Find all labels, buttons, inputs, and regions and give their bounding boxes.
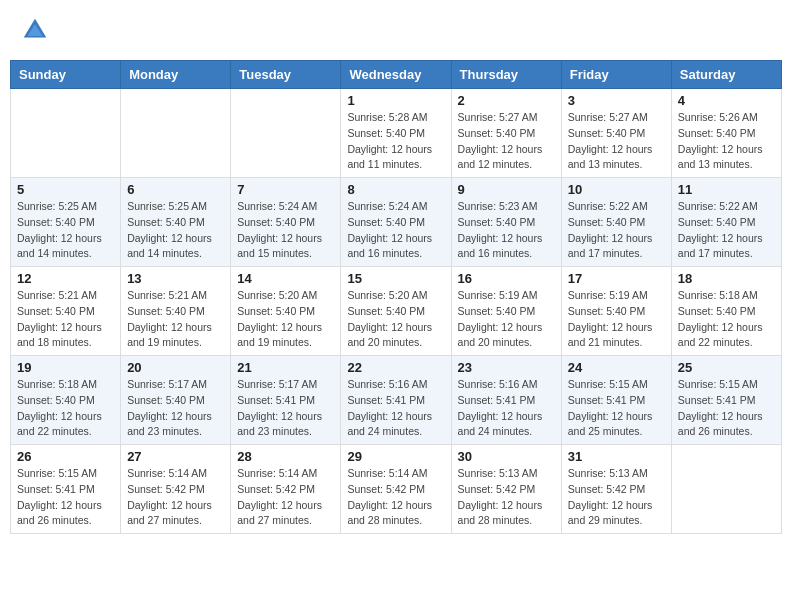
day-info: Sunrise: 5:14 AM Sunset: 5:42 PM Dayligh… [127,466,224,529]
calendar-cell: 9Sunrise: 5:23 AM Sunset: 5:40 PM Daylig… [451,178,561,267]
day-number: 3 [568,93,665,108]
day-number: 8 [347,182,444,197]
calendar-week-row: 26Sunrise: 5:15 AM Sunset: 5:41 PM Dayli… [11,445,782,534]
calendar-cell: 26Sunrise: 5:15 AM Sunset: 5:41 PM Dayli… [11,445,121,534]
calendar-cell [671,445,781,534]
calendar-cell: 30Sunrise: 5:13 AM Sunset: 5:42 PM Dayli… [451,445,561,534]
calendar-cell [11,89,121,178]
page-header [10,10,782,50]
day-number: 28 [237,449,334,464]
day-info: Sunrise: 5:15 AM Sunset: 5:41 PM Dayligh… [678,377,775,440]
day-info: Sunrise: 5:13 AM Sunset: 5:42 PM Dayligh… [568,466,665,529]
day-number: 15 [347,271,444,286]
day-number: 7 [237,182,334,197]
day-info: Sunrise: 5:14 AM Sunset: 5:42 PM Dayligh… [237,466,334,529]
calendar-day-header: Monday [121,61,231,89]
day-info: Sunrise: 5:15 AM Sunset: 5:41 PM Dayligh… [568,377,665,440]
calendar-cell [231,89,341,178]
calendar-table: SundayMondayTuesdayWednesdayThursdayFrid… [10,60,782,534]
calendar-cell: 8Sunrise: 5:24 AM Sunset: 5:40 PM Daylig… [341,178,451,267]
day-number: 18 [678,271,775,286]
calendar-cell: 25Sunrise: 5:15 AM Sunset: 5:41 PM Dayli… [671,356,781,445]
calendar-cell: 31Sunrise: 5:13 AM Sunset: 5:42 PM Dayli… [561,445,671,534]
day-number: 21 [237,360,334,375]
calendar-cell: 2Sunrise: 5:27 AM Sunset: 5:40 PM Daylig… [451,89,561,178]
calendar-cell: 15Sunrise: 5:20 AM Sunset: 5:40 PM Dayli… [341,267,451,356]
calendar-cell: 21Sunrise: 5:17 AM Sunset: 5:41 PM Dayli… [231,356,341,445]
calendar-week-row: 19Sunrise: 5:18 AM Sunset: 5:40 PM Dayli… [11,356,782,445]
day-number: 29 [347,449,444,464]
day-number: 12 [17,271,114,286]
calendar-cell: 29Sunrise: 5:14 AM Sunset: 5:42 PM Dayli… [341,445,451,534]
calendar-cell: 12Sunrise: 5:21 AM Sunset: 5:40 PM Dayli… [11,267,121,356]
calendar-cell: 4Sunrise: 5:26 AM Sunset: 5:40 PM Daylig… [671,89,781,178]
day-number: 22 [347,360,444,375]
day-number: 26 [17,449,114,464]
calendar-week-row: 12Sunrise: 5:21 AM Sunset: 5:40 PM Dayli… [11,267,782,356]
day-info: Sunrise: 5:19 AM Sunset: 5:40 PM Dayligh… [458,288,555,351]
calendar-cell: 17Sunrise: 5:19 AM Sunset: 5:40 PM Dayli… [561,267,671,356]
calendar-week-row: 5Sunrise: 5:25 AM Sunset: 5:40 PM Daylig… [11,178,782,267]
calendar-day-header: Tuesday [231,61,341,89]
day-info: Sunrise: 5:27 AM Sunset: 5:40 PM Dayligh… [568,110,665,173]
calendar-cell: 28Sunrise: 5:14 AM Sunset: 5:42 PM Dayli… [231,445,341,534]
day-info: Sunrise: 5:17 AM Sunset: 5:41 PM Dayligh… [237,377,334,440]
day-info: Sunrise: 5:23 AM Sunset: 5:40 PM Dayligh… [458,199,555,262]
calendar-day-header: Thursday [451,61,561,89]
calendar-day-header: Saturday [671,61,781,89]
calendar-cell: 3Sunrise: 5:27 AM Sunset: 5:40 PM Daylig… [561,89,671,178]
day-number: 6 [127,182,224,197]
calendar-cell: 13Sunrise: 5:21 AM Sunset: 5:40 PM Dayli… [121,267,231,356]
day-info: Sunrise: 5:22 AM Sunset: 5:40 PM Dayligh… [568,199,665,262]
day-number: 2 [458,93,555,108]
calendar-day-header: Sunday [11,61,121,89]
calendar-cell [121,89,231,178]
day-number: 16 [458,271,555,286]
day-info: Sunrise: 5:21 AM Sunset: 5:40 PM Dayligh… [17,288,114,351]
day-info: Sunrise: 5:19 AM Sunset: 5:40 PM Dayligh… [568,288,665,351]
calendar-cell: 20Sunrise: 5:17 AM Sunset: 5:40 PM Dayli… [121,356,231,445]
day-info: Sunrise: 5:13 AM Sunset: 5:42 PM Dayligh… [458,466,555,529]
calendar-day-header: Friday [561,61,671,89]
day-info: Sunrise: 5:20 AM Sunset: 5:40 PM Dayligh… [347,288,444,351]
calendar-cell: 18Sunrise: 5:18 AM Sunset: 5:40 PM Dayli… [671,267,781,356]
day-info: Sunrise: 5:22 AM Sunset: 5:40 PM Dayligh… [678,199,775,262]
day-number: 20 [127,360,224,375]
day-number: 17 [568,271,665,286]
day-number: 27 [127,449,224,464]
logo-icon [20,15,50,45]
calendar-day-header: Wednesday [341,61,451,89]
day-number: 13 [127,271,224,286]
day-number: 10 [568,182,665,197]
calendar-cell: 27Sunrise: 5:14 AM Sunset: 5:42 PM Dayli… [121,445,231,534]
calendar-cell: 14Sunrise: 5:20 AM Sunset: 5:40 PM Dayli… [231,267,341,356]
day-number: 14 [237,271,334,286]
day-info: Sunrise: 5:28 AM Sunset: 5:40 PM Dayligh… [347,110,444,173]
day-info: Sunrise: 5:18 AM Sunset: 5:40 PM Dayligh… [678,288,775,351]
day-info: Sunrise: 5:27 AM Sunset: 5:40 PM Dayligh… [458,110,555,173]
calendar-cell: 22Sunrise: 5:16 AM Sunset: 5:41 PM Dayli… [341,356,451,445]
day-number: 19 [17,360,114,375]
day-info: Sunrise: 5:24 AM Sunset: 5:40 PM Dayligh… [237,199,334,262]
day-number: 30 [458,449,555,464]
calendar-cell: 1Sunrise: 5:28 AM Sunset: 5:40 PM Daylig… [341,89,451,178]
calendar-cell: 24Sunrise: 5:15 AM Sunset: 5:41 PM Dayli… [561,356,671,445]
calendar-header-row: SundayMondayTuesdayWednesdayThursdayFrid… [11,61,782,89]
day-info: Sunrise: 5:16 AM Sunset: 5:41 PM Dayligh… [347,377,444,440]
day-info: Sunrise: 5:18 AM Sunset: 5:40 PM Dayligh… [17,377,114,440]
day-info: Sunrise: 5:14 AM Sunset: 5:42 PM Dayligh… [347,466,444,529]
calendar-week-row: 1Sunrise: 5:28 AM Sunset: 5:40 PM Daylig… [11,89,782,178]
day-number: 4 [678,93,775,108]
calendar-cell: 6Sunrise: 5:25 AM Sunset: 5:40 PM Daylig… [121,178,231,267]
day-info: Sunrise: 5:24 AM Sunset: 5:40 PM Dayligh… [347,199,444,262]
day-number: 23 [458,360,555,375]
day-number: 9 [458,182,555,197]
day-number: 24 [568,360,665,375]
day-number: 11 [678,182,775,197]
day-info: Sunrise: 5:15 AM Sunset: 5:41 PM Dayligh… [17,466,114,529]
day-info: Sunrise: 5:25 AM Sunset: 5:40 PM Dayligh… [17,199,114,262]
day-info: Sunrise: 5:25 AM Sunset: 5:40 PM Dayligh… [127,199,224,262]
day-number: 5 [17,182,114,197]
day-info: Sunrise: 5:17 AM Sunset: 5:40 PM Dayligh… [127,377,224,440]
calendar-cell: 19Sunrise: 5:18 AM Sunset: 5:40 PM Dayli… [11,356,121,445]
